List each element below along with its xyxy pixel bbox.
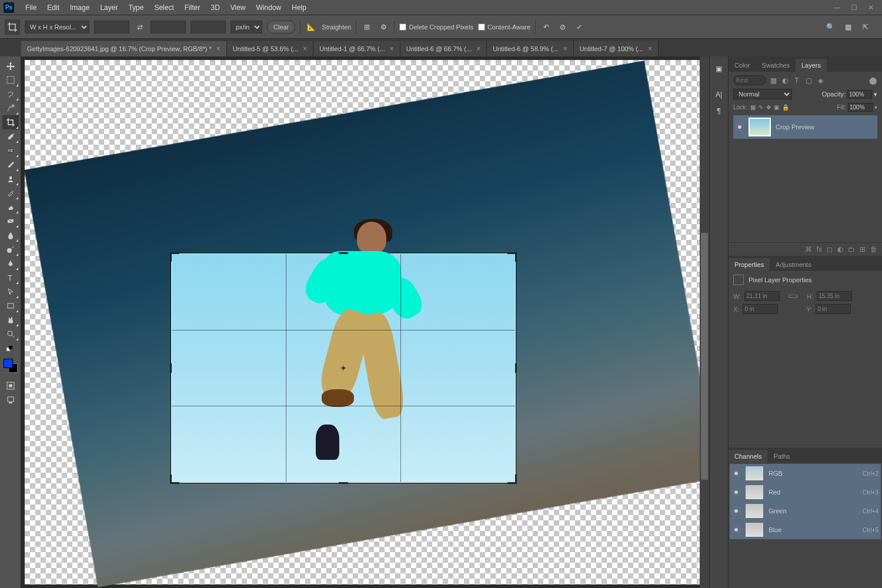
content-aware-checkbox[interactable]: Content-Aware <box>478 24 530 31</box>
lock-position-icon[interactable]: ✥ <box>766 104 771 111</box>
tab-close-icon[interactable]: × <box>216 45 220 53</box>
crop-handle[interactable] <box>515 475 517 484</box>
character-panel-icon[interactable]: A| <box>711 87 727 102</box>
quick-mask-icon[interactable] <box>2 379 19 393</box>
adjustment-layer-icon[interactable]: ◐ <box>837 245 843 253</box>
swap-dimensions-icon[interactable]: ⇄ <box>134 21 146 33</box>
clone-stamp-tool[interactable] <box>2 172 19 186</box>
menu-view[interactable]: View <box>225 2 251 14</box>
straighten-label[interactable]: Straighten <box>322 24 351 31</box>
commit-crop-icon[interactable]: ✓ <box>573 21 585 33</box>
crop-selection[interactable]: ✦ <box>172 254 515 482</box>
menu-edit[interactable]: Edit <box>42 2 65 14</box>
layer-thumbnail[interactable] <box>749 118 771 136</box>
menu-window[interactable]: Window <box>251 2 287 14</box>
document-tab[interactable]: Untitled-1 @ 66.7% (...× <box>313 41 400 56</box>
filter-smartobject-icon[interactable]: ◈ <box>816 76 825 85</box>
layer-name[interactable]: Crop Preview <box>776 123 814 131</box>
reset-crop-icon[interactable]: ↶ <box>540 21 552 33</box>
tab-close-icon[interactable]: × <box>303 45 307 53</box>
eyedropper-tool[interactable] <box>2 129 19 143</box>
canvas[interactable]: ✦ <box>21 56 709 588</box>
rectangle-tool[interactable] <box>2 299 19 313</box>
document-tab[interactable]: Untitled-5 @ 53.6% (...× <box>227 41 313 56</box>
menu-filter[interactable]: Filter <box>179 2 206 14</box>
filter-type-icon[interactable]: T <box>792 76 801 85</box>
document-tab[interactable]: Untitled-6 @ 58.9% (...× <box>487 41 573 56</box>
share-icon[interactable]: ⇱ <box>860 21 871 33</box>
menu-help[interactable]: Help <box>286 2 312 14</box>
channel-item[interactable]: RGB Ctrl+2 <box>730 464 881 483</box>
minimize-icon[interactable]: — <box>833 4 840 12</box>
chevron-down-icon[interactable]: ▾ <box>874 104 877 111</box>
blend-mode-select[interactable]: Normal <box>733 89 792 99</box>
color-swatches[interactable] <box>2 358 19 374</box>
resolution-unit-select[interactable]: px/in <box>230 21 262 34</box>
channel-visibility-icon[interactable] <box>732 469 740 477</box>
tab-close-icon[interactable]: × <box>476 45 480 53</box>
tab-close-icon[interactable]: × <box>390 45 394 53</box>
opacity-input[interactable] <box>847 90 872 99</box>
y-input[interactable] <box>816 304 851 314</box>
gradient-tool[interactable] <box>2 214 19 228</box>
overlay-grid-icon[interactable]: ⊞ <box>361 21 373 33</box>
layer-visibility-icon[interactable] <box>736 123 744 131</box>
channel-visibility-icon[interactable] <box>732 526 740 534</box>
crop-ratio-select[interactable]: W x H x Resol... <box>25 21 89 34</box>
search-icon[interactable]: 🔍 <box>824 21 836 33</box>
channel-visibility-icon[interactable] <box>732 507 740 515</box>
tab-close-icon[interactable]: × <box>648 45 652 53</box>
crop-handle[interactable] <box>515 363 517 373</box>
x-input[interactable] <box>743 304 778 314</box>
layer-filter-input[interactable] <box>733 75 766 85</box>
document-tab[interactable]: GettyImages-620923641.jpg @ 16.7% (Crop … <box>21 41 227 56</box>
screen-mode-icon[interactable] <box>2 393 19 407</box>
quick-selection-tool[interactable] <box>2 101 19 115</box>
type-tool[interactable]: T <box>2 270 19 285</box>
tab-properties[interactable]: Properties <box>729 258 770 271</box>
crop-handle[interactable] <box>170 252 172 262</box>
eraser-tool[interactable] <box>2 200 19 214</box>
lasso-tool[interactable] <box>2 87 19 101</box>
menu-image[interactable]: Image <box>65 2 95 14</box>
crop-handle[interactable] <box>339 482 348 484</box>
crop-handle[interactable] <box>170 475 172 484</box>
close-icon[interactable]: ✕ <box>868 4 874 12</box>
lock-paint-icon[interactable]: ✎ <box>759 104 763 111</box>
tab-swatches[interactable]: Swatches <box>756 59 796 72</box>
document-tab[interactable]: Untitled-6 @ 66.7% (...× <box>400 41 487 56</box>
menu-file[interactable]: File <box>20 2 42 14</box>
channel-visibility-icon[interactable] <box>732 488 740 496</box>
default-colors-icon[interactable] <box>2 345 19 353</box>
healing-brush-tool[interactable] <box>2 143 19 158</box>
tab-layers[interactable]: Layers <box>796 59 827 72</box>
fill-input[interactable] <box>848 103 873 112</box>
layer-group-icon[interactable]: 🗀 <box>848 245 855 253</box>
tab-color[interactable]: Color <box>729 59 756 72</box>
width-input[interactable] <box>744 291 780 301</box>
filter-pixel-icon[interactable]: ▦ <box>769 76 778 85</box>
crop-resolution-input[interactable] <box>191 21 226 34</box>
layer-item[interactable]: Crop Preview <box>733 115 877 139</box>
crop-handle[interactable] <box>339 252 348 254</box>
tab-adjustments[interactable]: Adjustments <box>770 258 817 271</box>
lock-transparency-icon[interactable]: ▦ <box>750 104 756 111</box>
move-tool[interactable] <box>2 59 19 73</box>
menu-layer[interactable]: Layer <box>95 2 123 14</box>
crop-handle[interactable] <box>515 252 517 262</box>
menu-type[interactable]: Type <box>123 2 149 14</box>
tab-close-icon[interactable]: × <box>563 45 567 53</box>
layer-mask-icon[interactable]: ◻ <box>827 245 833 253</box>
arrange-documents-icon[interactable]: ▦ <box>842 21 854 33</box>
lock-all-icon[interactable]: 🔒 <box>782 104 789 111</box>
marquee-tool[interactable] <box>2 73 19 87</box>
zoom-tool[interactable] <box>2 327 19 341</box>
blur-tool[interactable] <box>2 228 19 242</box>
history-brush-tool[interactable] <box>2 186 19 200</box>
hand-tool[interactable] <box>2 313 19 327</box>
vertical-scrollbar[interactable] <box>700 56 709 588</box>
crop-height-input[interactable] <box>151 21 186 34</box>
channel-item[interactable]: Red Ctrl+3 <box>730 483 881 502</box>
link-layers-icon[interactable]: ⌘ <box>805 245 812 253</box>
history-panel-icon[interactable]: ▣ <box>711 61 727 76</box>
